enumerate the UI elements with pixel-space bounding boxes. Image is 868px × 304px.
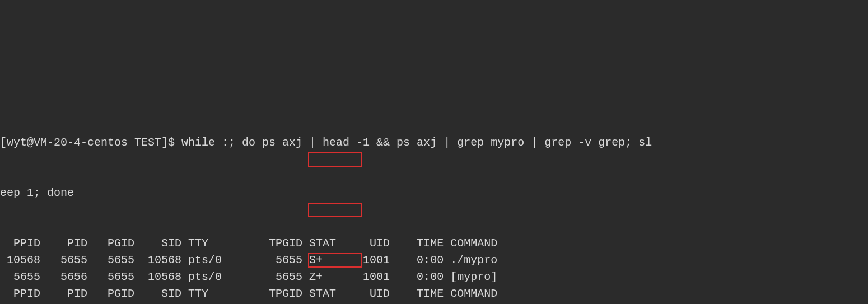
ps-row: 5655 5656 5655 10568 pts/0 5655 Z+ 1001 …	[0, 269, 868, 286]
prompt-line-1: [wyt@VM-20-4-centos TEST]$ while :; do p…	[0, 134, 868, 151]
terminal[interactable]: [wyt@ [wyt@VM-20-4-centos TEST]$ while :…	[0, 84, 868, 304]
prompt-line-2: eep 1; done	[0, 185, 868, 202]
zombie-stat-highlight	[308, 203, 362, 217]
shell-prompt-cont: eep 1; done	[0, 186, 74, 199]
zombie-stat-highlight	[308, 152, 362, 167]
ps-header: PPID PID PGID SID TTY TPGID STAT UID TIM…	[0, 286, 868, 302]
ps-header: PPID PID PGID SID TTY TPGID STAT UID TIM…	[0, 235, 868, 252]
ps-row: 10568 5655 5655 10568 pts/0 5655 S+ 1001…	[0, 252, 868, 269]
ps-output: PPID PID PGID SID TTY TPGID STAT UID TIM…	[0, 235, 868, 304]
shell-prompt: [wyt@VM-20-4-centos TEST]$ while :; do p…	[0, 136, 652, 149]
